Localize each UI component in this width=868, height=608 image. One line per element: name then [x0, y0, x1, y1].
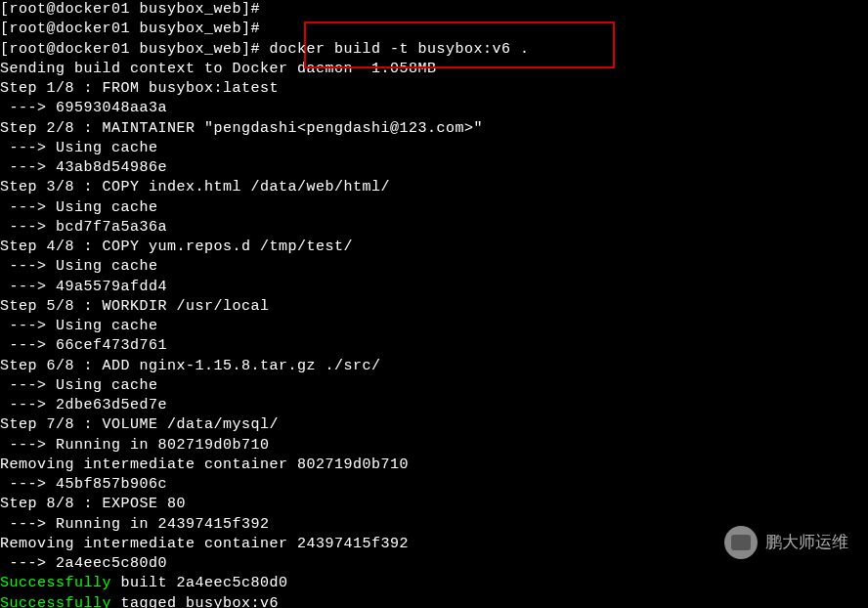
terminal-line: [root@docker01 busybox_web]#	[0, 20, 868, 39]
terminal-line: ---> 2dbe63d5ed7e	[0, 396, 868, 415]
terminal-line: ---> Using cache	[0, 376, 868, 396]
watermark-text: 鹏大师运维	[765, 532, 848, 554]
terminal-line: Step 7/8 : VOLUME /data/mysql/	[0, 415, 868, 435]
terminal-line: Step 8/8 : EXPOSE 80	[0, 495, 868, 514]
success-rest: tagged busybox:v6	[111, 595, 279, 609]
success-prefix: Successfully	[0, 595, 111, 609]
success-rest: built 2a4eec5c80d0	[111, 575, 288, 591]
terminal-line: ---> Using cache	[0, 257, 868, 277]
svg-point-1	[739, 540, 751, 549]
terminal-line: Step 3/8 : COPY index.html /data/web/htm…	[0, 178, 868, 197]
terminal-line: Removing intermediate container 802719d0…	[0, 456, 868, 475]
terminal-line: [root@docker01 busybox_web]#	[0, 0, 868, 20]
terminal-line: Step 5/8 : WORKDIR /usr/local	[0, 297, 868, 317]
terminal-line: ---> Using cache	[0, 139, 868, 158]
terminal-line: Sending build context to Docker daemon 1…	[0, 60, 868, 79]
terminal-line: Step 2/8 : MAINTAINER "pengdashi<pengdas…	[0, 119, 868, 139]
terminal-line: ---> 45bf857b906c	[0, 475, 868, 495]
success-prefix: Successfully	[0, 575, 111, 591]
terminal-success-line: Successfully built 2a4eec5c80d0	[0, 574, 868, 593]
terminal-line: ---> 69593048aa3a	[0, 99, 868, 118]
terminal-line: ---> Using cache	[0, 198, 868, 218]
terminal-success-line: Successfully tagged busybox:v6	[0, 594, 868, 609]
terminal-line: Step 6/8 : ADD nginx-1.15.8.tar.gz ./src…	[0, 357, 868, 376]
svg-point-0	[731, 535, 745, 546]
terminal-line: ---> Running in 802719d0b710	[0, 436, 868, 456]
wechat-icon	[724, 526, 758, 559]
terminal-output: [root@docker01 busybox_web]# [root@docke…	[0, 0, 868, 608]
terminal-line-command: [root@docker01 busybox_web]# docker buil…	[0, 40, 868, 60]
terminal-line: Step 4/8 : COPY yum.repos.d /tmp/test/	[0, 238, 868, 257]
terminal-line: ---> 66cef473d761	[0, 336, 868, 356]
watermark: 鹏大师运维	[724, 526, 848, 559]
terminal-line: ---> bcd7f7a5a36a	[0, 218, 868, 238]
terminal-line: ---> 43ab8d54986e	[0, 158, 868, 178]
terminal-line: Step 1/8 : FROM busybox:latest	[0, 79, 868, 99]
chat-bubble-icon	[730, 534, 752, 551]
terminal-line: ---> Using cache	[0, 317, 868, 336]
terminal-line: ---> 49a5579afdd4	[0, 278, 868, 297]
